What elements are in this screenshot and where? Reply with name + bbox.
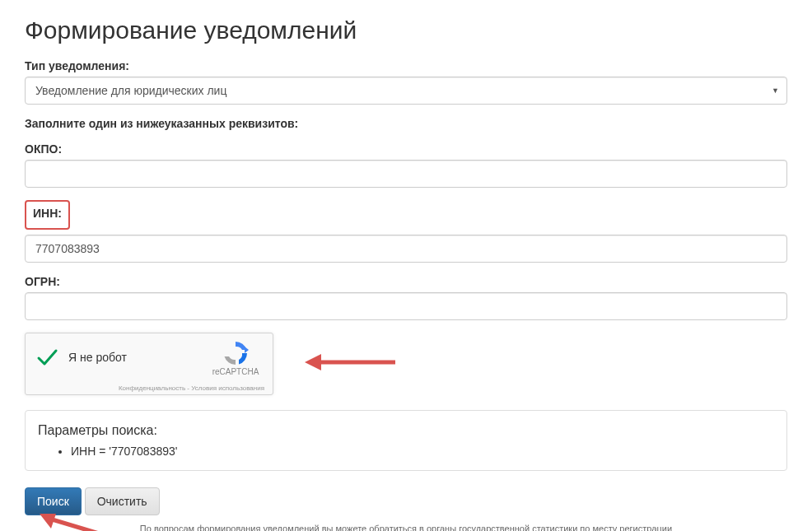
okpo-input[interactable] — [25, 160, 787, 188]
recaptcha-widget[interactable]: Я не робот reCAPTCHA Конфиденциальность … — [25, 333, 273, 395]
button-row: Поиск Очистить — [25, 487, 787, 515]
inn-input[interactable] — [25, 235, 787, 263]
fill-instruction-label: Заполните один из нижеуказанных реквизит… — [25, 117, 787, 130]
search-params-panel: Параметры поиска: ИНН = '7707083893' — [25, 410, 787, 471]
ogrn-group: ОГРН: — [25, 275, 787, 320]
fill-instruction: Заполните один из нижеуказанных реквизит… — [25, 117, 787, 130]
svg-marker-0 — [245, 347, 249, 353]
inn-label: ИНН: — [33, 207, 62, 220]
ogrn-input[interactable] — [25, 292, 787, 320]
recaptcha-logo: reCAPTCHA — [207, 340, 264, 376]
arrow-annotation-recaptcha — [305, 346, 404, 379]
ogrn-label: ОГРН: — [25, 275, 787, 288]
okpo-label: ОКПО: — [25, 142, 787, 156]
notification-type-label: Тип уведомления: — [25, 59, 787, 72]
page-title: Формирование уведомлений — [25, 16, 787, 44]
inn-group: ИНН: — [25, 200, 787, 263]
footer-text: По вопросам формирования уведомлений вы … — [25, 522, 787, 531]
footer-line1: По вопросам формирования уведомлений вы … — [140, 524, 672, 531]
notification-type-group: Тип уведомления: Уведомление для юридиче… — [25, 59, 787, 105]
search-button[interactable]: Поиск — [25, 487, 82, 515]
recaptcha-footer-links[interactable]: Конфиденциальность - Условия использован… — [119, 384, 273, 392]
recaptcha-brand-text: reCAPTCHA — [207, 367, 264, 376]
recaptcha-checkmark-icon — [35, 346, 58, 369]
recaptcha-label: Я не робот — [68, 351, 127, 364]
recaptcha-logo-icon — [222, 340, 249, 366]
clear-button[interactable]: Очистить — [85, 487, 160, 515]
svg-marker-3 — [305, 354, 321, 370]
notification-type-select[interactable]: Уведомление для юридических лиц — [25, 77, 787, 105]
okpo-group: ОКПО: — [25, 142, 787, 188]
inn-highlight-box: ИНН: — [25, 200, 70, 230]
search-params-item: ИНН = '7707083893' — [71, 445, 774, 458]
search-params-title: Параметры поиска: — [38, 423, 774, 438]
